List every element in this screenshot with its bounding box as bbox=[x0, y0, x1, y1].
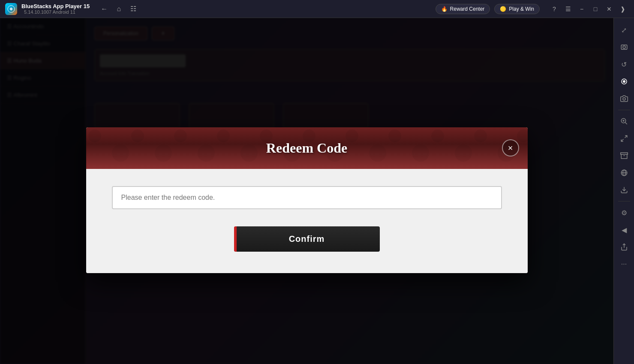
svg-point-2 bbox=[623, 46, 625, 48]
app-logo bbox=[5, 3, 17, 15]
reward-center-button[interactable]: 🔥 Reward Center bbox=[436, 4, 490, 14]
fire-icon: 🔥 bbox=[441, 6, 448, 12]
redeem-code-modal: Redeem Code × Confirm bbox=[86, 127, 528, 273]
sidebar-divider-2 bbox=[618, 201, 630, 202]
svg-point-5 bbox=[623, 98, 625, 100]
download-icon[interactable] bbox=[616, 182, 632, 198]
expand-icon[interactable]: ⤢ bbox=[616, 22, 632, 38]
app-name: BlueStacks App Player 15 bbox=[21, 3, 90, 9]
close-button[interactable]: ✕ bbox=[603, 3, 615, 15]
svg-line-7 bbox=[625, 122, 627, 124]
help-button[interactable]: ? bbox=[548, 3, 560, 15]
play-win-label: Play & Win bbox=[509, 6, 534, 12]
modal-title: Redeem Code bbox=[266, 140, 347, 156]
more-icon[interactable]: ··· bbox=[616, 256, 632, 272]
menu-button[interactable]: ☰ bbox=[562, 3, 574, 15]
app-version: 5.14.10.1007 Android 11 bbox=[24, 9, 90, 15]
settings-icon[interactable]: ⚙ bbox=[616, 205, 632, 220]
maximize-button[interactable]: □ bbox=[589, 3, 601, 15]
modal-close-button[interactable]: × bbox=[502, 139, 519, 156]
title-bar: BlueStacks App Player 15 5.14.10.1007 An… bbox=[0, 0, 634, 18]
redeem-code-input[interactable] bbox=[112, 186, 502, 209]
close-icon: × bbox=[508, 143, 513, 153]
camera-alt-icon[interactable] bbox=[616, 91, 632, 106]
sync-icon[interactable]: ↺ bbox=[616, 57, 632, 72]
svg-line-10 bbox=[625, 135, 627, 138]
tabs-button[interactable]: ☷ bbox=[127, 3, 139, 15]
coin-icon: 🟡 bbox=[500, 6, 506, 12]
arrow-left-icon[interactable]: ◀ bbox=[616, 222, 632, 238]
sidebar-divider-1 bbox=[618, 110, 630, 110]
record-icon[interactable] bbox=[616, 74, 632, 89]
screenshot-icon[interactable] bbox=[616, 39, 632, 55]
back-button[interactable]: ← bbox=[98, 3, 110, 15]
minimize-button[interactable]: − bbox=[576, 3, 588, 15]
confirm-button[interactable]: Confirm bbox=[234, 226, 380, 252]
svg-point-4 bbox=[623, 80, 625, 83]
confirm-label: Confirm bbox=[289, 234, 325, 244]
play-win-button[interactable]: 🟡 Play & Win bbox=[494, 4, 540, 14]
share-icon[interactable] bbox=[616, 239, 632, 255]
globe-icon[interactable] bbox=[616, 165, 632, 180]
archive-icon[interactable] bbox=[616, 148, 632, 163]
title-bar-right: 🔥 Reward Center 🟡 Play & Win ? ☰ − □ ✕ ❱ bbox=[436, 3, 629, 15]
svg-line-11 bbox=[621, 139, 623, 141]
reward-center-label: Reward Center bbox=[450, 6, 485, 12]
zoom-icon[interactable] bbox=[616, 114, 632, 129]
right-sidebar: ⤢ ↺ bbox=[613, 18, 634, 364]
modal-header: Redeem Code × bbox=[86, 127, 528, 169]
svg-rect-12 bbox=[620, 153, 628, 154]
window-controls: ? ☰ − □ ✕ ❱ bbox=[548, 3, 629, 15]
nav-controls: ← ⌂ ☷ bbox=[98, 3, 139, 15]
sidebar-toggle-button[interactable]: ❱ bbox=[617, 3, 629, 15]
home-button[interactable]: ⌂ bbox=[113, 3, 125, 15]
resize-icon[interactable] bbox=[616, 131, 632, 146]
modal-body: Confirm bbox=[86, 169, 528, 273]
